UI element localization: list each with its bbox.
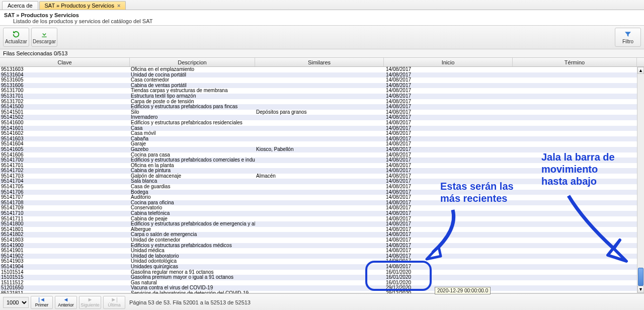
table-row[interactable]: 15101515Gasolina premium mayor o igual a… <box>0 275 644 280</box>
cell-clave: 95141803 <box>0 238 130 243</box>
table-row[interactable]: 95141603Cabaña14/08/2017 <box>0 136 644 142</box>
cell-desc: Bodega <box>130 190 255 195</box>
first-page-button[interactable]: |◄Primer <box>31 296 53 309</box>
prev-page-button[interactable]: ◄Anterior <box>55 296 77 309</box>
tab-acerca-de[interactable]: Acerca de <box>2 1 38 10</box>
table-row[interactable]: 95141702Cabina de pintura14/08/2017 <box>0 168 644 174</box>
table-row[interactable]: 95141501SiloDepósitos para granos14/08/2… <box>0 110 644 115</box>
cell-term <box>513 190 637 195</box>
cell-sim <box>255 163 384 169</box>
cell-desc: Cocina para oficina <box>130 200 255 206</box>
cell-sim <box>255 72 384 78</box>
scroll-down-icon[interactable]: ▼ <box>637 286 644 293</box>
table-row[interactable]: 95141708Cocina para oficina14/08/2017 <box>0 200 644 206</box>
col-header-term[interactable]: Término <box>513 58 637 66</box>
next-page-button[interactable]: ►Siguiente <box>79 296 101 309</box>
table-row[interactable]: 95141707Auditorio14/08/2017 <box>0 195 644 200</box>
table-row[interactable]: 95141706Bodega14/08/2017 <box>0 190 644 195</box>
cell-clave: 95141502 <box>0 115 130 120</box>
vertical-scrollbar[interactable]: ▲ ▼ <box>637 67 644 293</box>
table-row[interactable]: 95141500Edificios y estructuras prefabri… <box>0 104 644 110</box>
tab-sat-productos[interactable]: SAT » Productos y Servicios× <box>39 1 126 10</box>
cell-ini: 14/08/2017 <box>384 152 513 158</box>
cell-ini: 14/08/2017 <box>384 126 513 131</box>
table-row[interactable]: 95141904Unidades quirúrgicas14/08/2017 <box>0 264 644 270</box>
table-row[interactable]: 95131603Oficina en el emplazamiento14/08… <box>0 67 644 72</box>
table-row[interactable]: 95141801Albergue14/08/2017 <box>0 227 644 232</box>
cell-desc: Conservatorio <box>130 205 255 211</box>
page-info: Página 53 de 53. Fila 52001 a la 52513 d… <box>129 299 251 305</box>
table-row[interactable]: 95131702Carpa de poste o de tensión14/08… <box>0 99 644 105</box>
cell-clave: 95141711 <box>0 216 130 222</box>
table-row[interactable]: 95141703Galpón de almacenajeAlmacén14/08… <box>0 174 644 179</box>
cell-sim <box>255 94 384 99</box>
cell-term <box>513 78 637 83</box>
cell-sim <box>255 280 384 286</box>
table-row[interactable]: 95141803Unidad de contenedor14/08/2017 <box>0 238 644 243</box>
scroll-track[interactable] <box>637 74 644 286</box>
table-row[interactable]: 95141903Unidad odontológica14/08/2017 <box>0 259 644 264</box>
table-row[interactable]: 95141605GazeboKiosco, Pabellón14/08/2017 <box>0 147 644 152</box>
cell-sim <box>255 211 384 216</box>
cell-desc: Sala blanca <box>130 179 255 184</box>
col-header-ini[interactable]: Inicio <box>384 58 513 66</box>
col-header-desc[interactable]: Descripcion <box>130 58 255 66</box>
table-row[interactable]: 95131701Estructura textil tipo armazón14… <box>0 94 644 99</box>
page-header: SAT » Productos y Servicios Listado de l… <box>0 10 644 25</box>
table-row[interactable]: 95131605Casa contenedor14/08/2017 <box>0 78 644 83</box>
table-row[interactable]: 95141600Edificios y estructuras prefabri… <box>0 120 644 126</box>
table-row[interactable]: 95131700Tiendas carpas y estructuras de … <box>0 88 644 94</box>
filter-button[interactable]: Filtro <box>615 28 641 47</box>
table-row[interactable]: 95141709Conservatorio14/08/2017 <box>0 205 644 211</box>
table-row[interactable]: 95141901Unidad médica14/08/2017 <box>0 248 644 254</box>
table-row[interactable]: 95141902Unidad de laboratorio14/08/2017 <box>0 254 644 259</box>
cell-term <box>513 184 637 190</box>
cell-desc: Cocina para casa <box>130 152 255 158</box>
cell-clave: 95131700 <box>0 88 130 94</box>
cell-ini: 14/08/2017 <box>384 168 513 174</box>
table-row[interactable]: 95141606Cocina para casa14/08/2017 <box>0 152 644 158</box>
table-row[interactable]: 95141700Edificios y estructuras prefabri… <box>0 158 644 163</box>
table-row[interactable]: 85121811Servicios de laboratorios de det… <box>0 291 644 293</box>
close-icon[interactable]: × <box>117 3 120 9</box>
cell-desc: Cabaña <box>130 136 255 142</box>
table-row[interactable]: 15111512Gas natural16/01/2020 <box>0 280 644 286</box>
cell-ini: 14/08/2017 <box>384 205 513 211</box>
cell-desc: Cabina de ventas portátil <box>130 83 255 89</box>
cell-term <box>513 141 637 147</box>
table-row[interactable]: 95141704Sala blanca14/08/2017 <box>0 179 644 184</box>
col-header-clave[interactable]: Clave <box>0 58 130 66</box>
table-row[interactable]: 95141502Invernadero14/08/2017 <box>0 115 644 120</box>
cell-clave: 95141802 <box>0 232 130 238</box>
table-row[interactable]: 95141900Edificios y estructuras prefabri… <box>0 243 644 249</box>
table-row[interactable]: 95131606Cabina de ventas portátil14/08/2… <box>0 83 644 89</box>
table-row[interactable]: 15101514Gasolina regular menor a 91 octa… <box>0 270 644 275</box>
col-header-sim[interactable]: Similares <box>255 58 384 66</box>
table-row[interactable]: 95141705Casa de guardias14/08/2017 <box>0 184 644 190</box>
table-row[interactable]: 95141710Cabina telefónica14/08/2017 <box>0 211 644 216</box>
cell-ini: 14/08/2017 <box>384 190 513 195</box>
grid-body[interactable]: 95131603Oficina en el emplazamiento14/08… <box>0 67 644 293</box>
refresh-button[interactable]: Actualizar <box>3 28 29 47</box>
download-button[interactable]: Descargar <box>31 28 57 47</box>
scroll-thumb[interactable] <box>638 268 643 286</box>
cell-ini: 14/08/2017 <box>384 104 513 110</box>
table-row[interactable]: 95131604Unidad de cocina portátil14/08/2… <box>0 72 644 78</box>
cell-ini: 14/08/2017 <box>384 211 513 216</box>
cell-sim <box>255 243 384 249</box>
scroll-up-icon[interactable]: ▲ <box>637 67 644 74</box>
table-row[interactable]: 95141800Edificios y estructuras prefabri… <box>0 221 644 227</box>
table-row[interactable]: 95141604Garaje14/08/2017 <box>0 141 644 147</box>
page-size-select[interactable]: 1000 <box>3 297 29 308</box>
last-page-button[interactable]: ►|Última <box>103 296 125 309</box>
table-row[interactable]: 95141601Casa14/08/2017 <box>0 126 644 131</box>
table-row[interactable]: 95141602Casa móvil14/08/2017 <box>0 131 644 136</box>
table-row[interactable]: 95141802Carpa o salón de emergencia14/08… <box>0 232 644 238</box>
table-row[interactable]: 95141711Cabina de peaje14/08/2017 <box>0 216 644 222</box>
table-row[interactable]: 95141701Oficina en la planta14/08/2017 <box>0 163 644 169</box>
cell-sim <box>255 83 384 89</box>
cell-sim <box>255 152 384 158</box>
cell-desc: Gasolina regular menor a 91 octanos <box>130 270 255 275</box>
table-row[interactable]: 51201650Vacuna contra el virus del COVID… <box>0 285 644 291</box>
cell-clave: 15111512 <box>0 280 130 286</box>
